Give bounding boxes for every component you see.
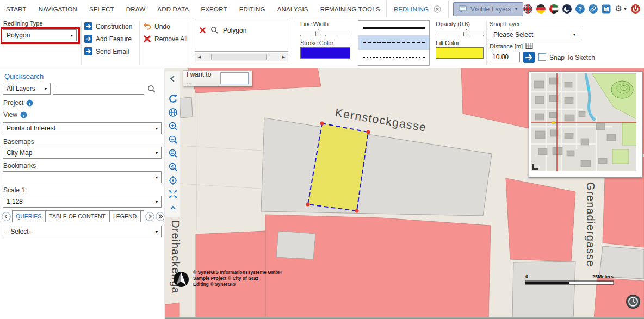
snap-layer-dropdown[interactable]: Please Select▼ [490,29,579,40]
vertex-handle[interactable] [355,209,359,213]
search-input[interactable] [53,83,144,95]
search-scope-dropdown[interactable]: All Layers▼ [3,83,51,95]
line-style-solid[interactable] [358,21,429,35]
basemap-dropdown[interactable]: City Map▼ [3,147,162,159]
distance-label-row: Distance [m] [490,42,533,49]
globe-icon [168,108,178,117]
scale-label: Scale 1: [3,186,27,194]
line-style-dotted[interactable] [358,50,429,65]
scale-dropdown[interactable]: 1,128▼ [3,196,162,208]
tab-navigation[interactable]: NAVIGATION [33,6,83,12]
tab-draw[interactable]: DRAW [120,6,152,12]
send-email-button[interactable]: Send Email [84,47,129,55]
scroll-track[interactable] [203,53,280,61]
settings-button[interactable]: ⚙▼ [615,4,627,14]
add-feature-label: Add Feature [96,35,132,43]
full-extent-globe-button[interactable] [167,107,179,118]
map-bottom-edge [164,317,644,319]
construction-button[interactable]: Construction [84,22,132,30]
vertex-handle[interactable] [320,122,324,126]
link-icon[interactable] [589,4,598,14]
app-window: START NAVIGATION SELECT DRAW ADD DATA EX… [0,0,644,319]
history-clock-button[interactable] [626,294,641,309]
scroll-thumb[interactable] [211,54,267,60]
tabs-scroll-right-icon[interactable] [145,212,154,221]
tab-redlining[interactable]: REDLINING [386,1,449,18]
chevron-down-icon: ▼ [152,200,161,204]
flag-ae-icon[interactable] [549,4,559,14]
visible-layers-button[interactable]: Visible Layers ▼ [453,2,523,16]
bookmarks-dropdown[interactable]: ▼ [3,171,162,183]
flag-uk-icon[interactable] [523,4,532,14]
full-extent-arrows-button[interactable] [167,188,179,200]
i-want-to-input[interactable] [220,72,249,84]
delete-element-icon[interactable] [199,27,206,34]
help-icon[interactable]: ? [575,4,585,14]
redlining-type-label: Redlining Type [3,20,43,27]
tabs-scroll-left-icon[interactable] [2,212,11,221]
redline-element-row[interactable]: Polygon [195,21,288,39]
undo-label: Undo [154,23,170,30]
zoom-window-button[interactable] [167,147,179,159]
close-tab-icon[interactable] [434,5,441,13]
center-map-button[interactable] [167,174,179,186]
i-want-to-widget[interactable]: I want to ... [183,70,252,86]
snap-apply-arrow-button[interactable] [523,52,535,63]
distance-input[interactable] [490,52,520,62]
basemap-value: City Map [7,149,32,157]
panel-tab-bar: QUERIES TABLE OF CONTENT LEGEND L [2,210,164,222]
line-style-dashed[interactable] [358,35,429,50]
tabs-scroll-end-icon[interactable] [156,212,164,221]
undo-button[interactable]: Undo [143,22,170,30]
tab-legend[interactable]: LEGEND [109,210,140,222]
zoom-in-button[interactable] [167,120,179,132]
vertex-handle[interactable] [306,203,310,207]
undo-icon [143,22,151,30]
elements-scrollbar[interactable]: ◀ ▶ [195,53,288,61]
night-mode-icon[interactable] [562,4,572,14]
vertex-handle[interactable] [367,130,370,134]
collapse-toolbar-button[interactable] [167,202,179,214]
save-icon[interactable] [602,4,611,14]
overview-map[interactable] [529,71,643,178]
zoom-out-button[interactable] [167,134,179,146]
line-width-slider[interactable] [300,29,350,37]
fill-color-swatch[interactable] [436,47,484,59]
snap-to-sketch-checkbox[interactable] [538,53,546,61]
tab-queries[interactable]: QUERIES [12,210,45,222]
info-icon[interactable]: i [26,99,33,107]
redlining-type-dropdown[interactable]: Polygon▼ [3,29,77,41]
opacity-slider[interactable] [436,29,484,37]
refresh-map-button[interactable] [167,93,179,105]
collapse-sidebar-button[interactable] [167,73,179,85]
zoom-previous-button[interactable] [167,161,179,173]
tab-editing[interactable]: EDITING [233,6,271,12]
remove-all-button[interactable]: Remove All [143,35,188,43]
stroke-color-swatch[interactable] [300,47,350,59]
map-viewport[interactable]: Kernstockgasse Grenadiergasse Dreihacken… [164,68,644,319]
zoom-to-element-icon[interactable] [210,26,219,34]
query-select-dropdown[interactable]: - Select -▼ [3,226,162,237]
tab-start[interactable]: START [0,6,33,12]
search-icon[interactable] [147,85,156,93]
scroll-right-icon[interactable]: ▶ [280,55,288,59]
tab-table-of-content[interactable]: TABLE OF CONTENT [45,210,109,222]
info-icon[interactable]: i [20,111,27,118]
quicksearch-link[interactable]: Quicksearch [4,72,44,80]
slider-thumb[interactable] [463,29,469,36]
scroll-left-icon[interactable]: ◀ [195,55,203,59]
fill-color-label: Fill Color [436,40,459,46]
flag-de-icon[interactable] [536,4,546,14]
tab-clipped[interactable]: L [140,210,144,222]
tab-export[interactable]: EXPORT [195,6,233,12]
chevron-down-icon: ▼ [41,87,50,91]
tab-add-data[interactable]: ADD DATA [151,6,195,12]
logout-power-icon[interactable] [631,4,640,14]
tab-analysis[interactable]: ANALYSIS [271,6,314,12]
query-select-value: - Select - [7,228,33,235]
slider-thumb[interactable] [315,29,321,36]
add-feature-button[interactable]: Add Feature [84,35,132,43]
view-dropdown[interactable]: Points of Interest▼ [3,122,162,134]
tab-select[interactable]: SELECT [83,6,120,12]
tab-remaining-tools[interactable]: REMAINING TOOLS [314,6,386,12]
